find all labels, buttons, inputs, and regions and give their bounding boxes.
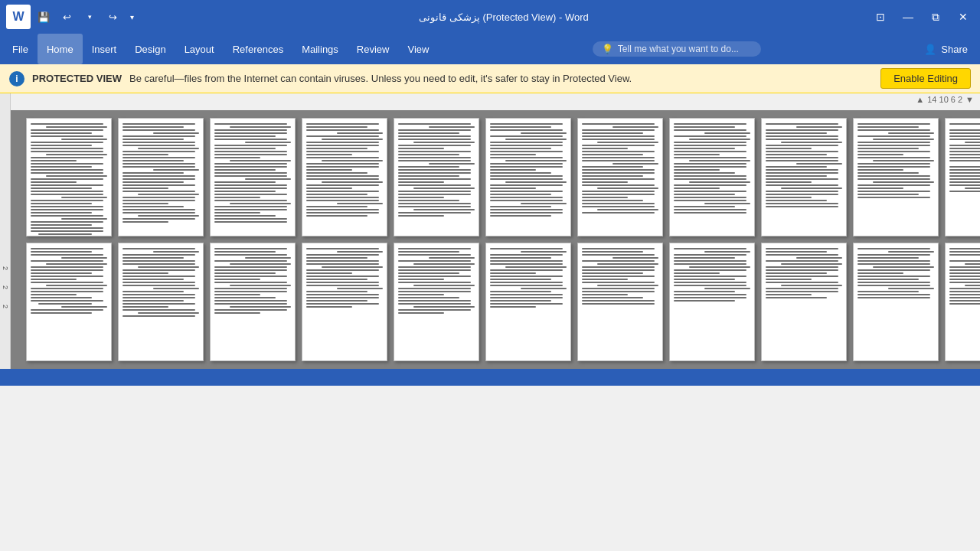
- customize-quick-access-button[interactable]: ▾: [126, 7, 138, 27]
- text-line: [781, 187, 842, 189]
- text-line: [306, 145, 379, 146]
- text-line: [949, 169, 980, 171]
- text-line: [521, 251, 567, 253]
- text-line: [965, 285, 980, 286]
- text-line: [214, 154, 287, 155]
- page-thumbnail-1[interactable]: [26, 118, 112, 236]
- page-thumbnail-22[interactable]: [945, 243, 980, 361]
- text-line: [122, 297, 195, 298]
- text-line: [122, 135, 195, 137]
- text-line: [582, 282, 655, 283]
- text-line: [949, 139, 980, 140]
- restore-button[interactable]: ⧉: [925, 6, 946, 28]
- text-line: [122, 142, 195, 143]
- text-line: [490, 187, 536, 189]
- text-line: [858, 151, 930, 152]
- ruler-main: ▲ 14 10 6 2 ▼: [11, 93, 980, 110]
- text-line: [766, 251, 827, 253]
- menu-home[interactable]: Home: [38, 34, 83, 64]
- text-line: [858, 148, 919, 149]
- menu-insert[interactable]: Insert: [83, 34, 126, 64]
- text-line: [858, 123, 930, 125]
- menu-view[interactable]: View: [398, 34, 438, 64]
- text-line: [122, 282, 195, 283]
- text-line: [122, 129, 195, 131]
- search-box[interactable]: 💡 Tell me what you want to do...: [593, 41, 761, 57]
- text-line: [306, 294, 379, 295]
- page-thumbnail-13[interactable]: [118, 243, 204, 361]
- page-thumbnail-17[interactable]: [485, 243, 571, 361]
- share-button[interactable]: 👤 Share: [915, 34, 977, 64]
- text-line: [490, 254, 563, 256]
- protected-view-label: PROTECTED VIEW: [32, 73, 122, 84]
- text-line: [582, 288, 655, 289]
- page-thumbnail-10[interactable]: [853, 118, 939, 236]
- text-line: [31, 132, 92, 134]
- page-thumbnail-7[interactable]: [577, 118, 663, 236]
- text-line: [858, 279, 919, 280]
- page-thumbnail-5[interactable]: [394, 118, 479, 236]
- focus-mode-button[interactable]: ⊡: [870, 6, 891, 28]
- save-button[interactable]: 💾: [34, 7, 54, 27]
- text-line: [796, 163, 842, 165]
- text-line: [689, 266, 750, 268]
- text-line: [413, 209, 475, 210]
- text-line: [766, 132, 827, 134]
- page-thumbnail-9[interactable]: [761, 118, 847, 236]
- page-thumbnail-19[interactable]: [669, 243, 755, 361]
- menu-review[interactable]: Review: [348, 34, 399, 64]
- text-line: [704, 288, 750, 289]
- text-line: [766, 260, 838, 262]
- text-line: [38, 233, 92, 235]
- page-thumbnail-14[interactable]: [210, 243, 296, 361]
- page-thumbnail-12[interactable]: [26, 243, 112, 361]
- menu-design[interactable]: Design: [126, 34, 175, 64]
- text-line: [31, 203, 92, 204]
- nav-up-icon[interactable]: ▲: [916, 95, 924, 104]
- page-thumbnail-11[interactable]: [945, 118, 980, 236]
- close-button[interactable]: ✕: [952, 6, 974, 28]
- page-thumbnail-20[interactable]: [761, 243, 847, 361]
- text-line: [490, 145, 563, 146]
- menu-bar: File Home Insert Design Layout Reference…: [0, 34, 980, 64]
- text-line: [214, 254, 287, 256]
- text-line: [766, 139, 838, 140]
- menu-references[interactable]: References: [224, 34, 292, 64]
- page-thumbnail-3[interactable]: [210, 118, 296, 236]
- text-line: [582, 303, 655, 305]
- search-area: 💡 Tell me what you want to do...: [438, 34, 915, 64]
- text-line: [766, 266, 838, 268]
- enable-editing-button[interactable]: Enable Editing: [880, 68, 971, 89]
- page-thumbnail-6[interactable]: [485, 118, 571, 236]
- text-line: [398, 139, 471, 140]
- text-line: [873, 139, 934, 140]
- text-line: [31, 184, 103, 186]
- text-line: [31, 181, 77, 183]
- text-line: [306, 187, 352, 189]
- text-line: [31, 160, 77, 161]
- undo-button[interactable]: ↩: [57, 7, 77, 27]
- text-line: [138, 194, 199, 195]
- undo-dropdown-button[interactable]: ▾: [80, 7, 100, 27]
- menu-mailings[interactable]: Mailings: [292, 34, 348, 64]
- page-thumbnail-18[interactable]: [577, 243, 663, 361]
- page-thumbnail-4[interactable]: [302, 118, 387, 236]
- minimize-button[interactable]: —: [897, 6, 919, 28]
- menu-layout[interactable]: Layout: [175, 34, 224, 64]
- text-line: [31, 194, 103, 195]
- title-bar-controls: ⊡ — ⧉ ✕: [870, 6, 974, 28]
- redo-button[interactable]: ↪: [103, 7, 122, 27]
- page-thumbnail-8[interactable]: [669, 118, 755, 236]
- page-thumbnail-15[interactable]: [302, 243, 387, 361]
- page-thumbnail-21[interactable]: [853, 243, 939, 361]
- text-line: [490, 282, 563, 283]
- page-thumbnail-16[interactable]: [394, 243, 479, 361]
- text-line: [858, 263, 930, 265]
- text-line: [582, 212, 655, 214]
- text-line: [949, 297, 980, 298]
- page-thumbnail-2[interactable]: [118, 118, 204, 236]
- menu-file[interactable]: File: [3, 34, 38, 64]
- text-line: [674, 282, 746, 283]
- text-line: [398, 172, 471, 174]
- nav-down-icon[interactable]: ▼: [965, 95, 974, 104]
